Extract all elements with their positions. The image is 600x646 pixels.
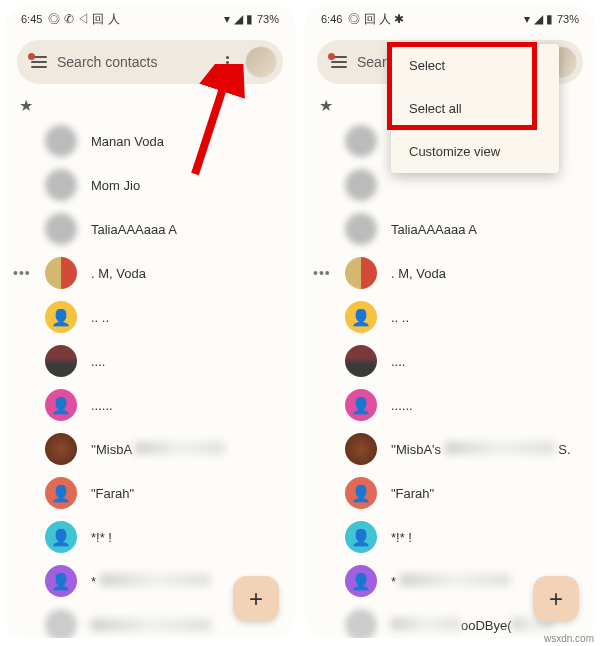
contact-row[interactable]: TaliaAAAaaa A <box>305 207 595 251</box>
person-icon: 👤 <box>45 521 77 553</box>
contact-row[interactable]: ''MisbA <box>5 427 295 471</box>
contact-row[interactable]: 👤.. .. <box>305 295 595 339</box>
person-icon: 👤 <box>45 477 77 509</box>
person-icon: 👤 <box>345 521 377 553</box>
section-dots-icon: ••• <box>313 265 331 281</box>
menu-customize-view[interactable]: Customize view <box>391 130 559 173</box>
contact-row[interactable]: Mom Jio <box>5 163 295 207</box>
status-icons-right: ▾ ◢ ▮ <box>224 12 253 26</box>
contact-row[interactable]: 👤...... <box>305 383 595 427</box>
status-icons-right: ▾ ◢ ▮ <box>524 12 553 26</box>
contact-row[interactable]: •••. M, Voda <box>5 251 295 295</box>
status-icons-left: ◎ ✆ ◁ 回 人 <box>48 11 119 28</box>
contacts-list: TaliaAAAaaa A •••. M, Voda 👤.. .. .... 👤… <box>305 119 595 638</box>
contact-row[interactable]: 👤*!* ! <box>5 515 295 559</box>
person-icon: 👤 <box>345 301 377 333</box>
plus-icon: + <box>249 585 263 613</box>
menu-select-all[interactable]: Select all <box>391 87 559 130</box>
clock: 6:45 <box>21 13 42 25</box>
menu-select[interactable]: Select <box>391 44 559 87</box>
hamburger-icon[interactable] <box>331 56 347 68</box>
contact-row[interactable]: .... <box>5 339 295 383</box>
person-icon: 👤 <box>345 389 377 421</box>
battery-label: 73% <box>257 13 279 25</box>
contact-row[interactable]: .... <box>305 339 595 383</box>
phone-left: 6:45 ◎ ✆ ◁ 回 人 ▾ ◢ ▮ 73% Search contacts… <box>5 6 295 638</box>
person-icon: 👤 <box>345 477 377 509</box>
watermark: wsxdn.com <box>544 633 594 644</box>
contact-row[interactable]: ''MisbA's S. <box>305 427 595 471</box>
status-bar: 6:45 ◎ ✆ ◁ 回 人 ▾ ◢ ▮ 73% <box>5 6 295 32</box>
overflow-menu: Select Select all Customize view <box>391 44 559 173</box>
contact-row[interactable]: Manan Voda <box>5 119 295 163</box>
search-input[interactable]: Search contacts <box>57 54 210 70</box>
favorites-star-icon: ★ <box>5 92 295 119</box>
more-icon[interactable] <box>220 56 235 69</box>
plus-icon: + <box>549 585 563 613</box>
person-icon: 👤 <box>345 565 377 597</box>
phone-right: 6:46 ◎ 回 人 ✱ ▾ ◢ ▮ 73% Search c Select S… <box>305 6 595 638</box>
status-bar: 6:46 ◎ 回 人 ✱ ▾ ◢ ▮ 73% <box>305 6 595 32</box>
clock: 6:46 <box>321 13 342 25</box>
contact-row[interactable]: •••. M, Voda <box>305 251 595 295</box>
add-contact-fab[interactable]: + <box>233 576 279 622</box>
add-contact-fab[interactable]: + <box>533 576 579 622</box>
contact-row[interactable]: TaliaAAAaaa A <box>5 207 295 251</box>
section-dots-icon: ••• <box>13 265 31 281</box>
profile-avatar[interactable] <box>245 46 277 78</box>
person-icon: 👤 <box>45 301 77 333</box>
contact-row[interactable]: 👤"Farah" <box>305 471 595 515</box>
person-icon: 👤 <box>45 565 77 597</box>
status-icons-left: ◎ 回 人 ✱ <box>348 11 404 28</box>
contact-row[interactable]: 👤*!* ! <box>305 515 595 559</box>
search-bar[interactable]: Search contacts <box>17 40 283 84</box>
hamburger-icon[interactable] <box>31 56 47 68</box>
contact-row[interactable]: 👤"Farah" <box>5 471 295 515</box>
contact-row[interactable]: 👤...... <box>5 383 295 427</box>
battery-label: 73% <box>557 13 579 25</box>
contacts-list: Manan Voda Mom Jio TaliaAAAaaa A •••. M,… <box>5 119 295 638</box>
contact-row[interactable]: 👤.. .. <box>5 295 295 339</box>
person-icon: 👤 <box>45 389 77 421</box>
